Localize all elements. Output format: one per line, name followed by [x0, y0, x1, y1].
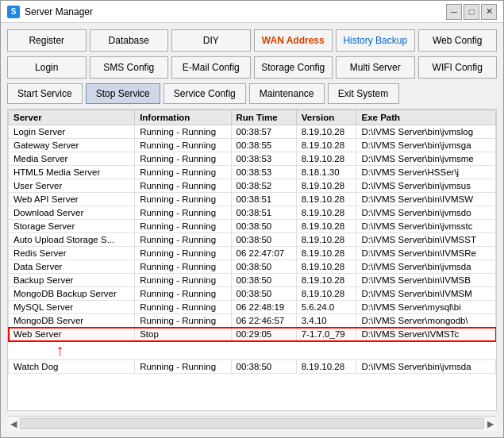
nav-multi-server[interactable]: Multi Server: [336, 56, 415, 79]
path-cell: D:\IVMS Server\bin\jvmsda: [356, 360, 496, 374]
nav-row-2: Login SMS Config E-Mail Config Storage C…: [7, 56, 497, 79]
server-table-container[interactable]: Server Information Run Time Version Exe …: [7, 109, 497, 411]
nav-web-config[interactable]: Web Config: [418, 29, 498, 52]
path-cell: D:\IVMS Server\bin\IVMSRe: [356, 247, 496, 260]
table-row[interactable]: MySQL ServerRunning - Running06 22:48:19…: [9, 301, 496, 314]
exit-system-button[interactable]: Exit System: [328, 83, 399, 104]
table-row[interactable]: Data ServerRunning - Running00:38:508.19…: [9, 260, 496, 274]
nav-email-config[interactable]: E-Mail Config: [171, 56, 251, 79]
version-cell: 7-1.7.0_79: [296, 328, 356, 341]
service-config-button[interactable]: Service Config: [164, 83, 246, 104]
path-cell: D:\IVMS Server\IVMSTc: [356, 328, 496, 341]
server-cell: Redis Server: [9, 247, 135, 260]
version-cell: 8.19.10.28: [296, 220, 356, 233]
table-row[interactable]: MongoDB Backup ServerRunning - Running00…: [9, 287, 496, 301]
info-cell: Running - Running: [135, 139, 231, 152]
nav-wifi-config[interactable]: WIFI Config: [418, 56, 498, 79]
table-row[interactable]: Web ServerStop00:29:057-1.7.0_79D:\IVMS …: [9, 328, 496, 341]
col-server: Server: [9, 110, 135, 125]
title-bar-left: S Server Manager: [7, 6, 93, 18]
scroll-right-arrow[interactable]: ▶: [487, 419, 494, 429]
server-cell: Web Server: [9, 328, 135, 341]
start-service-button[interactable]: Start Service: [7, 83, 83, 104]
version-cell: 8.19.10.28: [296, 179, 356, 193]
nav-wan-address[interactable]: WAN Address: [254, 29, 333, 52]
nav-diy[interactable]: DIY: [171, 29, 251, 52]
runtime-cell: 00:38:52: [231, 179, 296, 193]
server-cell: User Server: [9, 179, 135, 193]
path-cell: D:\IVMS Server\bin\jvmsga: [356, 139, 496, 152]
table-row[interactable]: Redis ServerRunning - Running06 22:47:07…: [9, 247, 496, 260]
runtime-cell: 00:38:53: [231, 152, 296, 166]
server-cell: Web API Server: [9, 193, 135, 206]
info-cell: Running - Running: [135, 179, 231, 193]
info-cell: Running - Running: [135, 260, 231, 274]
table-row[interactable]: Watch DogRunning - Running00:38:508.19.1…: [9, 360, 496, 374]
info-cell: Running - Running: [135, 152, 231, 166]
version-cell: 3.4.10: [296, 314, 356, 328]
table-row[interactable]: Media ServerRunning - Running00:38:538.1…: [9, 152, 496, 166]
path-cell: D:\IVMS Server\bin\jvmsda: [356, 260, 496, 274]
app-icon: S: [7, 6, 20, 18]
nav-sms-config[interactable]: SMS Config: [90, 56, 169, 79]
info-cell: Running - Running: [135, 287, 231, 301]
nav-history-backup[interactable]: History Backup: [336, 29, 415, 52]
minimize-button[interactable]: ─: [446, 4, 462, 20]
red-arrow-indicator: ↑: [9, 341, 496, 360]
info-cell: Running - Running: [135, 247, 231, 260]
scroll-left-arrow[interactable]: ◀: [10, 419, 17, 429]
path-cell: D:\IVMS Server\bin\IVMSW: [356, 193, 496, 206]
table-row[interactable]: Web API ServerRunning - Running00:38:518…: [9, 193, 496, 206]
nav-login[interactable]: Login: [7, 56, 87, 79]
table-row[interactable]: Login ServerRunning - Running00:38:578.1…: [9, 125, 496, 139]
info-cell: Running - Running: [135, 125, 231, 139]
col-version: Version: [296, 110, 356, 125]
table-row[interactable]: Storage ServerRunning - Running00:38:508…: [9, 220, 496, 233]
maximize-button[interactable]: □: [464, 4, 479, 20]
info-cell: Running - Running: [135, 233, 231, 247]
col-runtime: Run Time: [231, 110, 296, 125]
table-row[interactable]: Backup ServerRunning - Running00:38:508.…: [9, 274, 496, 287]
table-row[interactable]: Gateway ServerRunning - Running00:38:558…: [9, 139, 496, 152]
table-row[interactable]: User ServerRunning - Running00:38:528.19…: [9, 179, 496, 193]
table-row[interactable]: HTML5 Media ServerRunning - Running00:38…: [9, 166, 496, 179]
table-row[interactable]: MongoDB ServerRunning - Running06 22:46:…: [9, 314, 496, 328]
close-button[interactable]: ✕: [481, 4, 497, 20]
maintenance-button[interactable]: Maintenance: [249, 83, 325, 104]
server-cell: HTML5 Media Server: [9, 166, 135, 179]
table-header-row: Server Information Run Time Version Exe …: [9, 110, 496, 125]
table-row[interactable]: Auto Upload Storage S...Running - Runnin…: [9, 233, 496, 247]
version-cell: 8.19.10.28: [296, 233, 356, 247]
server-cell: Login Server: [9, 125, 135, 139]
nav-database[interactable]: Database: [90, 29, 169, 52]
title-buttons: ─ □ ✕: [446, 4, 497, 20]
main-content: Register Database DIY WAN Address Histor…: [1, 23, 503, 437]
version-cell: 8.19.10.28: [296, 193, 356, 206]
server-cell: MongoDB Server: [9, 314, 135, 328]
nav-register[interactable]: Register: [7, 29, 87, 52]
info-cell: Running - Running: [135, 220, 231, 233]
runtime-cell: 00:38:50: [231, 220, 296, 233]
version-cell: 8.19.10.28: [296, 274, 356, 287]
path-cell: D:\IVMS Server\bin\jvmsstc: [356, 220, 496, 233]
info-cell: Running - Running: [135, 301, 231, 314]
version-cell: 8.19.10.28: [296, 247, 356, 260]
version-cell: 8.19.10.28: [296, 260, 356, 274]
path-cell: D:\IVMS Server\bin\jvmsus: [356, 179, 496, 193]
runtime-cell: 00:38:50: [231, 287, 296, 301]
info-cell: Stop: [135, 328, 231, 341]
info-cell: Running - Running: [135, 206, 231, 220]
server-cell: Data Server: [9, 260, 135, 274]
path-cell: D:\IVMS Server\bin\IVMSST: [356, 233, 496, 247]
arrow-row: ↑: [9, 341, 496, 360]
horizontal-scrollbar-area: ◀ ▶: [7, 416, 497, 431]
horizontal-scrollbar[interactable]: [20, 418, 484, 429]
runtime-cell: 00:38:50: [231, 360, 296, 374]
nav-row-1: Register Database DIY WAN Address Histor…: [7, 29, 497, 52]
nav-storage-config[interactable]: Storage Config: [254, 56, 333, 79]
table-row[interactable]: Download ServerRunning - Running00:38:51…: [9, 206, 496, 220]
col-information: Information: [135, 110, 231, 125]
runtime-cell: 00:38:51: [231, 193, 296, 206]
stop-service-button[interactable]: Stop Service: [86, 83, 160, 104]
info-cell: Running - Running: [135, 314, 231, 328]
